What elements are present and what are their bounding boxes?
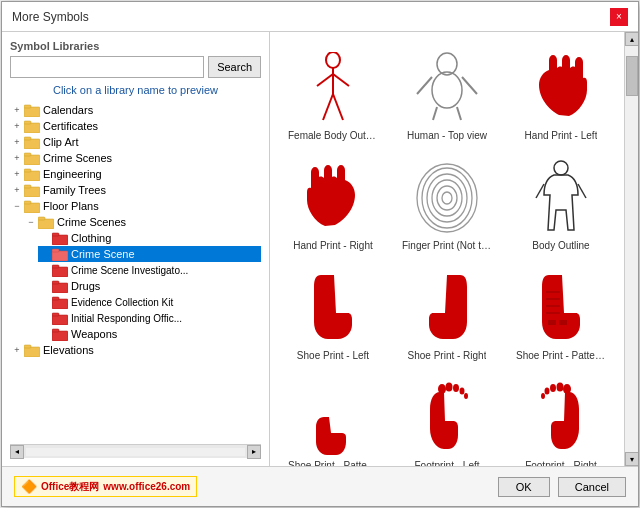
tree-item-family-trees[interactable]: + Family Trees: [10, 182, 261, 198]
symbol-cell-footprint-left[interactable]: Footprint - Left: [392, 370, 502, 466]
svg-rect-25: [52, 297, 59, 300]
symbol-img: [521, 157, 601, 237]
tree-item-certificates[interactable]: + Certificates: [10, 118, 261, 134]
tree-container[interactable]: + Calendars + Certificates +: [10, 102, 261, 444]
symbols-grid[interactable]: Female Body Outli...: [270, 32, 624, 466]
svg-line-41: [462, 77, 477, 94]
expand-icon: [38, 295, 52, 309]
red-folder-icon: [52, 263, 68, 277]
right-panel: Female Body Outli...: [270, 32, 638, 466]
symbol-cell-hand-print-left[interactable]: Hand Print - Left: [506, 40, 616, 146]
tree-item-clip-art[interactable]: + Clip Art: [10, 134, 261, 150]
expand-icon: +: [10, 119, 24, 133]
svg-point-67: [544, 388, 549, 395]
svg-point-65: [556, 383, 563, 392]
scroll-up-btn[interactable]: ▴: [625, 32, 639, 46]
symbol-label: Body Outline: [532, 240, 589, 251]
symbol-img: [407, 267, 487, 347]
symbol-cell-female-body-outline[interactable]: Female Body Outli...: [278, 40, 388, 146]
item-label: Floor Plans: [43, 200, 99, 212]
svg-rect-30: [24, 347, 40, 357]
symbol-cell-human-top[interactable]: Human - Top view: [392, 40, 502, 146]
svg-point-62: [459, 388, 464, 395]
lib-label: Symbol Libraries: [10, 40, 261, 52]
symbol-cell-body-outline[interactable]: Body Outline: [506, 150, 616, 256]
ok-button[interactable]: OK: [498, 477, 550, 497]
symbol-label: Finger Print (Not to S...: [402, 240, 492, 251]
symbol-cell-hand-print-right[interactable]: Hand Print - Right: [278, 150, 388, 256]
symbol-img: [407, 157, 487, 237]
tree-item-crime-scenes-sub[interactable]: − Crime Scenes: [24, 214, 261, 230]
symbol-label: Shoe Print - Left: [297, 350, 369, 361]
svg-rect-17: [52, 233, 59, 236]
symbol-img: [293, 377, 373, 457]
tree-item-engineering[interactable]: + Engineering: [10, 166, 261, 182]
svg-rect-5: [24, 137, 31, 140]
svg-rect-1: [24, 105, 31, 108]
folder-icon: [24, 119, 40, 133]
watermark-text: Office教程网: [41, 480, 99, 494]
svg-rect-3: [24, 121, 31, 124]
symbol-cell-shoe-patterned2[interactable]: Shoe Print - Patterne...: [278, 370, 388, 466]
tree-item-initial-responding[interactable]: Initial Responding Offic...: [38, 310, 261, 326]
svg-rect-14: [38, 219, 54, 229]
right-scrollbar[interactable]: ▴ ▾: [624, 32, 638, 466]
svg-line-34: [317, 74, 333, 86]
red-folder-icon: [52, 231, 68, 245]
svg-rect-0: [24, 107, 40, 117]
scroll-right-btn[interactable]: ▸: [247, 445, 261, 459]
symbol-img: [407, 377, 487, 457]
tree-item-crime-scene-inv[interactable]: Crime Scene Investigato...: [38, 262, 261, 278]
scroll-thumb[interactable]: [626, 56, 638, 96]
svg-line-40: [417, 77, 432, 94]
red-folder-icon: [52, 327, 68, 341]
close-button[interactable]: ×: [610, 8, 628, 26]
symbol-cell-fingerprint[interactable]: Finger Print (Not to S...: [392, 150, 502, 256]
red-folder-icon: [52, 279, 68, 293]
symbol-cell-shoe-right[interactable]: Shoe Print - Right: [392, 260, 502, 366]
svg-rect-8: [24, 171, 40, 181]
tree-item-crime-scene[interactable]: Crime Scene: [38, 246, 261, 262]
cancel-button[interactable]: Cancel: [558, 477, 626, 497]
svg-rect-29: [52, 329, 59, 332]
symbol-cell-shoe-patterned[interactable]: Shoe Print - Patterned...: [506, 260, 616, 366]
svg-rect-27: [52, 313, 59, 316]
svg-point-66: [550, 384, 556, 392]
svg-rect-10: [24, 187, 40, 197]
symbol-cell-footprint-right[interactable]: Footprint - Right: [506, 370, 616, 466]
tree-item-evidence-collection[interactable]: Evidence Collection Kit: [38, 294, 261, 310]
symbol-img: [293, 157, 373, 237]
tree-item-weapons[interactable]: Weapons: [38, 326, 261, 342]
scroll-track[interactable]: [625, 46, 639, 452]
scroll-left-btn[interactable]: ◂: [10, 445, 24, 459]
item-label: Initial Responding Offic...: [71, 313, 182, 324]
svg-point-39: [432, 72, 462, 108]
folder-icon: [24, 103, 40, 117]
folder-icon: [24, 199, 40, 213]
svg-point-68: [541, 393, 545, 399]
svg-point-64: [563, 384, 571, 394]
svg-point-48: [422, 168, 472, 228]
item-label: Certificates: [43, 120, 98, 132]
svg-line-42: [433, 107, 437, 120]
expand-icon: [38, 311, 52, 325]
symbol-img: [521, 377, 601, 457]
symbol-cell-shoe-left[interactable]: Shoe Print - Left: [278, 260, 388, 366]
search-input[interactable]: [10, 56, 204, 78]
svg-point-47: [427, 174, 467, 222]
svg-rect-24: [52, 299, 68, 309]
tree-item-floor-plans[interactable]: − Floor Plans: [10, 198, 261, 214]
expand-icon: [38, 327, 52, 341]
tree-item-crime-scenes[interactable]: + Crime Scenes: [10, 150, 261, 166]
scroll-down-btn[interactable]: ▾: [625, 452, 639, 466]
symbol-label: Female Body Outli...: [288, 130, 378, 141]
tree-item-drugs[interactable]: Drugs: [38, 278, 261, 294]
item-label: Crime Scene: [71, 248, 135, 260]
tree-item-clothing[interactable]: Clothing: [38, 230, 261, 246]
tree-item-elevations[interactable]: + Elevations: [10, 342, 261, 358]
svg-rect-7: [24, 153, 31, 156]
horizontal-scrollbar[interactable]: ◂ ▸: [10, 444, 261, 458]
expand-icon: +: [10, 343, 24, 357]
tree-item-calendars[interactable]: + Calendars: [10, 102, 261, 118]
search-button[interactable]: Search: [208, 56, 261, 78]
